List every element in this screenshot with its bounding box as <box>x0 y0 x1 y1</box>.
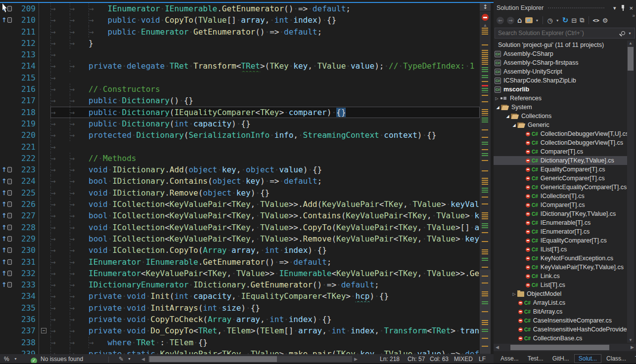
tree-item-solution[interactable]: Solution 'project-gui' (11 of 11 project… <box>494 40 627 49</box>
code-cleanup-caret-icon[interactable]: ▼ <box>128 354 131 364</box>
code-text[interactable]: →→→where·TRet·:·TElem·{} <box>50 337 480 348</box>
tool-window-tab-asse[interactable]: Asse... <box>497 355 523 363</box>
code-text[interactable]: →→private·void·Init(int·capacity,·IEqual… <box>50 290 480 302</box>
scroll-right-arrow-icon[interactable]: ▶ <box>631 344 634 351</box>
filter-dropdown-caret-icon[interactable]: ▼ <box>556 19 559 22</box>
code-line[interactable]: 217→→public·Dictionary()·{} <box>0 95 480 106</box>
tree-item-file[interactable]: C#CaseInsensitiveComparer.cs <box>494 316 627 325</box>
code-line[interactable]: ↑225→→void·IDictionary.Remove(object·key… <box>0 187 480 199</box>
panel-title-bar[interactable]: Solution Explorer ▾ × <box>494 2 636 14</box>
scroll-right-arrow-icon[interactable]: ▶ <box>354 354 358 364</box>
tree-item-project[interactable]: C#Assembly-UnityScript <box>494 67 627 76</box>
collapse-all-icon[interactable]: ⊟ <box>571 17 577 24</box>
inheritance-margin-icon[interactable]: ↑ <box>0 187 15 199</box>
tree-item-file[interactable]: C#CollectionDebuggerView[T,U].cs <box>494 129 627 138</box>
back-button-icon[interactable]: ← <box>497 17 504 24</box>
tree-item-file[interactable]: C#EqualityComparer[T].cs <box>494 165 627 174</box>
code-line[interactable]: 211→→→public·Enumerator·GetEnumerator()·… <box>0 26 480 38</box>
view-code-icon[interactable]: <> <box>593 17 599 24</box>
code-line[interactable]: 235→→private·void·InitArrays(int·size)·{… <box>0 302 480 314</box>
tree-item-file[interactable]: C#ICollection[T].cs <box>494 192 627 201</box>
home-icon[interactable]: ⌂ <box>517 16 522 25</box>
scroll-up-arrow-icon[interactable]: ▲ <box>627 41 634 45</box>
tree-item-references[interactable]: ▷References <box>494 94 627 103</box>
code-line[interactable]: 234→→private·void·Init(int·capacity,·IEq… <box>0 290 480 302</box>
code-text[interactable]: → <box>50 49 480 60</box>
close-icon[interactable]: × <box>629 4 633 12</box>
tree-item-folder-closed[interactable]: ▷ObjectModel <box>494 289 627 298</box>
code-line[interactable]: 215→ <box>0 72 480 83</box>
code-line[interactable]: 216→→//·Constructors <box>0 83 480 95</box>
tree-item-file[interactable]: C#IList[T].cs <box>494 245 627 254</box>
pin-icon[interactable] <box>621 5 625 11</box>
code-line[interactable]: 221→ <box>0 141 480 153</box>
code-text[interactable]: →→→public·void·CopyTo(TValue[]·array,·in… <box>50 14 480 26</box>
tool-window-tab-solut[interactable]: Solut... <box>574 354 601 363</box>
inheritance-margin-icon[interactable]: ↑ <box>0 256 15 268</box>
tree-item-project[interactable]: C#Assembly-CSharp <box>494 49 627 58</box>
code-line[interactable]: 214→→private·delegate·TRet·Transform<TRe… <box>0 60 480 72</box>
code-line[interactable]: ↑226→→void·ICollection<KeyValuePair<TKey… <box>0 199 480 210</box>
tree-item-file[interactable]: C#Dictionary[TKey,TValue].cs <box>494 156 627 165</box>
tree-item-file[interactable]: C#ArrayList.cs <box>494 298 627 307</box>
tree-item-file[interactable]: C#IEqualityComparer[T].cs <box>494 236 627 245</box>
tree-horizontal-scrollbar[interactable]: ◀ ▶ <box>494 344 636 351</box>
tree-item-folder-open[interactable]: ◢Collections <box>494 112 627 121</box>
split-editor-handle-icon[interactable]: ↕ <box>480 3 491 11</box>
inheritance-margin-icon[interactable]: ↑ <box>0 14 15 26</box>
properties-wrench-icon[interactable]: ⚙ <box>602 17 608 24</box>
code-text[interactable]: →→private·void·Do_CopyTo<TRet,·TElem>(TE… <box>50 325 480 336</box>
scroll-down-arrow-icon[interactable]: ▼ <box>627 338 634 342</box>
inheritance-margin-icon[interactable]: ↑ <box>0 244 15 256</box>
code-line[interactable]: ↑229→→bool·ICollection<KeyValuePair<TKey… <box>0 233 480 244</box>
code-text[interactable]: → <box>50 72 480 83</box>
sync-dropdown-caret-icon[interactable]: ▼ <box>536 19 539 22</box>
pending-changes-filter-icon[interactable]: ◷ <box>547 17 552 24</box>
sync-with-active-document-icon[interactable]: ⇄ <box>525 17 533 23</box>
inheritance-margin-icon[interactable]: ↑ <box>0 279 15 290</box>
code-text[interactable]: →→//·Methods <box>50 153 480 164</box>
code-line[interactable]: 239→→private·static·KeyValuePair<TKey,·T… <box>0 348 480 354</box>
code-text[interactable]: →→public·Dictionary()·{} <box>50 95 480 106</box>
tool-window-tab-tea[interactable]: Tea... <box>631 355 636 363</box>
zoom-dropdown-caret-icon[interactable]: ▼ <box>14 354 17 364</box>
code-line[interactable]: 238→→→where·TRet·:·TElem·{} <box>0 337 480 348</box>
show-all-files-icon[interactable]: ⧉ <box>580 16 584 24</box>
search-input[interactable] <box>495 30 621 37</box>
tree-collapsed-arrow-icon[interactable]: ▷ <box>511 292 517 296</box>
code-line[interactable]: ↑227→→bool·ICollection<KeyValuePair<TKey… <box>0 210 480 221</box>
code-text[interactable]: →→} <box>50 38 480 49</box>
horizontal-scrollbar-thumb[interactable] <box>149 356 277 362</box>
tree-scrollbar-thumb[interactable] <box>628 47 634 71</box>
code-text[interactable]: →→IEnumerator·IEnumerable.GetEnumerator(… <box>50 256 480 268</box>
tree-item-file[interactable]: C#CollectionDebuggerView[T].cs <box>494 138 627 147</box>
tree-expanded-arrow-icon[interactable]: ◢ <box>511 123 517 127</box>
toolbar-overflow-icon[interactable]: » <box>632 13 635 18</box>
code-text[interactable]: →→bool·ICollection<KeyValuePair<TKey,·TV… <box>50 210 480 221</box>
tree-item-file[interactable]: C#IDictionary[TKey,TValue].cs <box>494 209 627 218</box>
inheritance-margin-icon[interactable]: ↑ <box>0 199 15 210</box>
refresh-icon[interactable]: ↻ <box>562 16 569 25</box>
scroll-left-arrow-icon[interactable]: ◀ <box>496 344 499 351</box>
code-text[interactable]: →→private·void·CopyToCheck(Array·array,·… <box>50 314 480 325</box>
search-icon[interactable] <box>621 31 625 35</box>
tree-item-file[interactable]: C#GenericEqualityComparer[T].cs <box>494 183 627 192</box>
code-line[interactable]: ↑233→→IDictionaryEnumerator·IDictionary.… <box>0 279 480 290</box>
code-line[interactable]: ↑228→→void·ICollection<KeyValuePair<TKey… <box>0 222 480 233</box>
tool-window-tab-class[interactable]: Class... <box>602 355 630 363</box>
code-text[interactable]: →→bool·ICollection<KeyValuePair<TKey,·TV… <box>50 233 480 244</box>
solution-tree[interactable]: Solution 'project-gui' (11 of 11 project… <box>494 40 627 343</box>
code-line[interactable]: ↑210→→→public·void·CopyTo(TValue[]·array… <box>0 14 480 26</box>
code-text[interactable]: →→IDictionaryEnumerator·IDictionary.GetE… <box>50 279 480 290</box>
tree-item-file[interactable]: C#IComparer[T].cs <box>494 201 627 209</box>
code-line[interactable]: 236→→private·void·CopyToCheck(Array·arra… <box>0 314 480 325</box>
tree-item-project[interactable]: C#ICSharpCode.SharpZipLib <box>494 76 627 85</box>
code-text[interactable]: →→→IEnumerator·IEnumerable.GetEnumerator… <box>50 3 480 14</box>
tree-item-file[interactable]: C#IEnumerable[T].cs <box>494 218 627 227</box>
code-line[interactable]: 213→ <box>0 49 480 60</box>
tree-item-file[interactable]: C#List[T].cs <box>494 281 627 289</box>
tree-item-file[interactable]: C#Comparer[T].cs <box>494 147 627 156</box>
inheritance-margin-icon[interactable]: ↑ <box>0 3 15 14</box>
tree-expanded-arrow-icon[interactable]: ◢ <box>504 114 511 119</box>
horizontal-scrollbar[interactable] <box>148 356 352 362</box>
